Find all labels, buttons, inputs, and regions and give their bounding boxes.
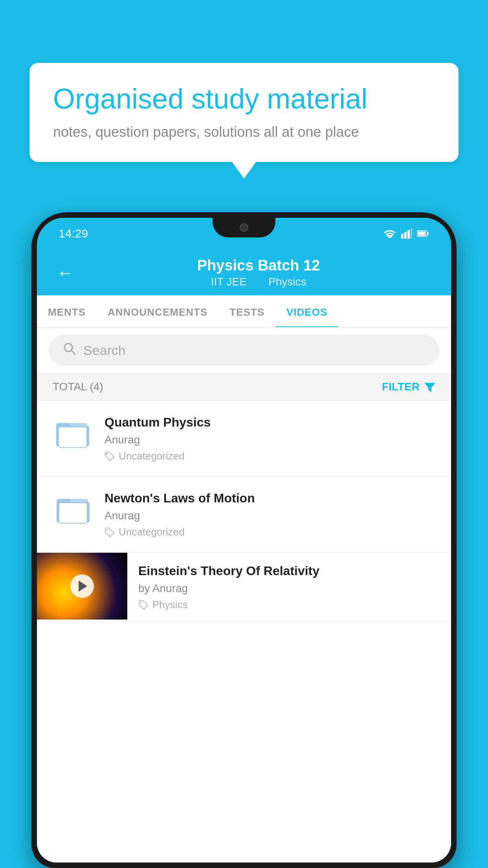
svg-rect-15 bbox=[59, 503, 87, 523]
search-placeholder: Search bbox=[83, 343, 126, 358]
tabs-bar: MENTS ANNOUNCEMENTS TESTS VIDEOS bbox=[37, 295, 451, 328]
svg-rect-3 bbox=[407, 230, 410, 239]
status-icons bbox=[383, 228, 429, 239]
tab-announcements[interactable]: ANNOUNCEMENTS bbox=[97, 295, 218, 327]
video-author-2: Anurag bbox=[105, 509, 435, 522]
video-thumb-2 bbox=[53, 491, 92, 524]
video-info-3: Einstein's Theory Of Relativity by Anura… bbox=[127, 553, 451, 622]
status-bar: 14:29 bbox=[37, 218, 451, 249]
back-button[interactable]: ← bbox=[57, 263, 74, 283]
video-tag-1: Uncategorized bbox=[105, 450, 435, 462]
video-tag-2: Uncategorized bbox=[105, 526, 435, 538]
svg-rect-12 bbox=[59, 427, 87, 447]
search-container: Search bbox=[37, 328, 451, 373]
svg-point-13 bbox=[106, 453, 108, 455]
folder-icon-1 bbox=[55, 415, 90, 451]
phone-inner: 14:29 bbox=[37, 218, 451, 862]
svg-marker-0 bbox=[386, 235, 393, 239]
subtitle-part1: IIT JEE bbox=[211, 276, 247, 288]
header-title: Physics Batch 12 bbox=[197, 257, 320, 274]
video-info-2: Newton's Laws of Motion Anurag Uncategor… bbox=[105, 491, 435, 538]
battery-icon bbox=[417, 230, 429, 237]
filter-icon bbox=[424, 381, 435, 392]
svg-point-16 bbox=[106, 529, 108, 531]
total-count: TOTAL (4) bbox=[53, 381, 103, 393]
svg-rect-4 bbox=[411, 228, 412, 239]
search-bar[interactable]: Search bbox=[49, 335, 439, 366]
video-item-2[interactable]: Newton's Laws of Motion Anurag Uncategor… bbox=[37, 477, 451, 553]
video-title-3: Einstein's Theory Of Relativity bbox=[138, 564, 439, 578]
white-screen: MENTS ANNOUNCEMENTS TESTS VIDEOS bbox=[37, 295, 451, 862]
video-tag-text-1: Uncategorized bbox=[119, 450, 185, 462]
play-triangle-icon bbox=[79, 581, 87, 592]
svg-line-9 bbox=[72, 351, 75, 354]
tab-videos[interactable]: VIDEOS bbox=[275, 295, 338, 327]
phone-screen: 14:29 bbox=[37, 218, 451, 862]
svg-point-17 bbox=[140, 602, 142, 603]
svg-rect-2 bbox=[404, 232, 407, 239]
video-tag-text-2: Uncategorized bbox=[119, 526, 185, 538]
video-tag-3: Physics bbox=[138, 599, 439, 611]
svg-rect-1 bbox=[401, 234, 404, 239]
svg-rect-6 bbox=[427, 232, 429, 235]
phone-frame: 14:29 bbox=[31, 212, 457, 868]
bubble-headline: Organised study material bbox=[53, 83, 435, 115]
speech-bubble: Organised study material notes, question… bbox=[29, 63, 459, 162]
filter-button[interactable]: FILTER bbox=[382, 381, 435, 393]
filter-row: TOTAL (4) FILTER bbox=[37, 373, 451, 401]
subtitle-part2: Physics bbox=[268, 276, 306, 288]
video-author-1: Anurag bbox=[105, 434, 435, 446]
search-icon bbox=[63, 342, 76, 359]
video-author-3: by Anurag bbox=[138, 582, 439, 595]
video-title-1: Quantum Physics bbox=[105, 415, 435, 430]
video-item-3[interactable]: Einstein's Theory Of Relativity by Anura… bbox=[37, 553, 451, 622]
video-thumbnail-3 bbox=[37, 553, 127, 620]
svg-rect-7 bbox=[418, 232, 426, 235]
video-info-1: Quantum Physics Anurag Uncategorized bbox=[105, 415, 435, 462]
camera-notch bbox=[240, 223, 248, 232]
video-item-1[interactable]: Quantum Physics Anurag Uncategorized bbox=[37, 401, 451, 477]
video-list: Quantum Physics Anurag Uncategorized bbox=[37, 401, 451, 622]
bubble-subtext: notes, question papers, solutions all at… bbox=[53, 124, 435, 140]
header-title-group: Physics Batch 12 IIT JEE Physics bbox=[86, 257, 431, 288]
video-title-2: Newton's Laws of Motion bbox=[105, 491, 435, 506]
svg-marker-10 bbox=[424, 383, 435, 392]
wifi-icon bbox=[383, 228, 396, 239]
tab-ments[interactable]: MENTS bbox=[37, 295, 97, 327]
video-tag-text-3: Physics bbox=[152, 599, 188, 611]
header-subtitle: IIT JEE Physics bbox=[206, 276, 311, 288]
filter-label: FILTER bbox=[382, 381, 420, 393]
tab-tests[interactable]: TESTS bbox=[218, 295, 275, 327]
app-header: ← Physics Batch 12 IIT JEE Physics bbox=[37, 249, 451, 295]
play-button-3[interactable] bbox=[70, 574, 94, 598]
folder-icon-2 bbox=[55, 491, 90, 524]
status-time: 14:29 bbox=[59, 227, 88, 240]
tag-icon-3 bbox=[138, 600, 149, 610]
tag-icon-1 bbox=[105, 451, 115, 462]
signal-icon bbox=[401, 228, 412, 239]
video-thumb-1 bbox=[53, 415, 92, 451]
tag-icon-2 bbox=[105, 527, 115, 537]
notch bbox=[213, 218, 275, 237]
